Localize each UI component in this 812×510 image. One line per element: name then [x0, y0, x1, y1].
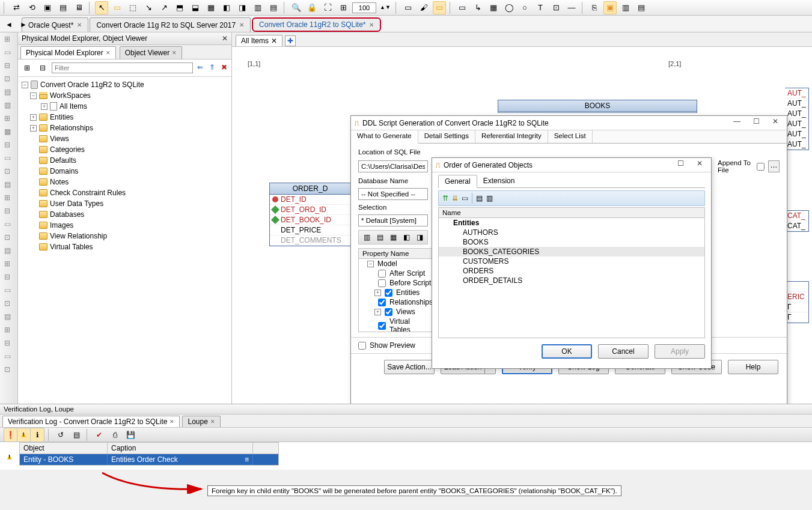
nav-up-icon[interactable]: ⇑ [207, 63, 217, 73]
gutter-icon[interactable]: ▭ [4, 48, 14, 58]
toolbar-btn[interactable]: ⎘ [588, 1, 601, 14]
toolbar-btn[interactable]: ▣ [603, 1, 617, 14]
maximize-button[interactable]: ☐ [748, 117, 764, 129]
tab-object-viewer[interactable]: Object Viewer✕ [120, 46, 182, 59]
entity-order-details[interactable]: ORDER_D DET_ID DET_ORD_ID DET_BOOK_ID DE… [269, 183, 351, 246]
tree-item[interactable]: Relationships [50, 124, 93, 132]
toolbar-btn[interactable]: ▦ [388, 231, 398, 244]
close-icon[interactable]: ✕ [239, 22, 244, 28]
tree-root[interactable]: Convert Oracle 11gR2 to SQLite [40, 80, 144, 89]
maximize-button[interactable]: ☐ [673, 159, 688, 171]
toolbar-btn[interactable]: ▥ [251, 1, 264, 14]
tree-item[interactable]: User Data Types [50, 199, 103, 208]
tree-item[interactable]: Domains [50, 167, 78, 175]
toolbar-btn[interactable]: ◨ [414, 231, 425, 244]
gutter-icon[interactable]: ⊞ [4, 35, 14, 44]
entity-aut-fragment[interactable]: AUT_ AUT_ AUT_ AUT_ AUT_ AUT_ [785, 88, 809, 150]
close-button[interactable]: ✕ [768, 117, 783, 129]
toolbar-btn[interactable]: ◧ [220, 1, 233, 14]
close-icon[interactable]: ✕ [172, 50, 177, 56]
help-button[interactable]: Help [728, 360, 778, 374]
toolbar-btn[interactable]: ◧ [401, 231, 412, 244]
tab-verification-log[interactable]: Verification Log - Convert Oracle 11gR2 … [2, 416, 180, 427]
zoom-btn[interactable]: ⊞ [337, 1, 350, 14]
toolbar-btn[interactable]: ◨ [236, 1, 249, 14]
tree-toggle[interactable]: + [30, 125, 37, 132]
tab-what-to-generate[interactable]: What to Generate [351, 130, 418, 144]
diagram-tab[interactable]: All Items✕ [236, 35, 282, 46]
gutter-icon[interactable]: ▤ [4, 246, 14, 256]
toolbar-icon[interactable]: ▥ [486, 194, 493, 202]
tab-next-icon[interactable]: ► [17, 18, 30, 31]
tree-item[interactable]: Images [50, 221, 73, 229]
toolbar-btn[interactable]: ⎙ [108, 428, 121, 442]
order-item[interactable]: ORDERS [439, 266, 704, 276]
toolbar-btn[interactable]: ◯ [502, 1, 516, 14]
save-icon[interactable]: 💾 [124, 428, 137, 442]
tab-detail-settings[interactable]: Detail Settings [418, 130, 475, 143]
apply-button[interactable]: Apply [655, 344, 705, 359]
toolbar-btn[interactable]: ⬚ [126, 1, 139, 14]
gutter-icon[interactable]: ⊟ [4, 339, 14, 348]
toolbar-icon[interactable]: ▭ [462, 194, 468, 202]
move-down-all-icon[interactable]: ⇊ [452, 194, 458, 202]
tree-item[interactable]: Check Constraint Rules [50, 189, 126, 197]
tree-item[interactable]: Notes [50, 178, 69, 186]
toolbar-btn[interactable]: ⬒ [173, 1, 186, 14]
toolbar-btn[interactable]: 🖌 [417, 1, 430, 14]
zoom-fit-icon[interactable]: ⛶ [321, 1, 334, 14]
close-icon[interactable]: ✕ [77, 22, 82, 28]
browse-button[interactable]: … [768, 160, 780, 172]
toolbar-btn[interactable]: ○ [518, 1, 531, 14]
filter-input[interactable] [52, 62, 193, 73]
tree-item[interactable]: Views [50, 135, 69, 143]
gutter-icon[interactable]: ▤ [4, 312, 14, 322]
tree-item[interactable]: Categories [50, 145, 85, 154]
checkbox-relationships[interactable] [378, 299, 386, 306]
tree-all-items[interactable]: All Items [60, 102, 87, 111]
gutter-icon[interactable]: ▤ [4, 180, 14, 190]
doc-tab[interactable]: Convert Oracle 11g R2 to SQL Server 2017… [90, 17, 251, 32]
gutter-icon[interactable]: ⊞ [4, 260, 14, 269]
move-up-all-icon[interactable]: ⇈ [442, 194, 448, 202]
tab-physical-explorer[interactable]: Physical Model Explorer✕ [20, 46, 116, 59]
gutter-icon[interactable]: ▥ [4, 101, 14, 111]
entity-books[interactable]: BOOKS [498, 100, 697, 113]
zoom-input[interactable] [352, 2, 376, 13]
gutter-icon[interactable]: ▭ [4, 352, 14, 362]
ok-button[interactable]: OK [542, 344, 592, 359]
zoom-stepper[interactable]: ▲▼ [379, 1, 392, 14]
order-item[interactable]: BOOKS [439, 237, 704, 247]
toolbar-btn[interactable]: ▤ [70, 428, 83, 442]
checkbox-virtual-tables[interactable] [378, 322, 386, 330]
order-section[interactable]: Entities [439, 218, 704, 228]
toolbar-icon[interactable]: ▤ [476, 194, 483, 202]
checkbox-views[interactable] [385, 308, 392, 316]
tree-item[interactable]: Databases [50, 210, 84, 219]
tab-prev-icon[interactable]: ◄ [2, 18, 16, 31]
toolbar-btn[interactable]: ▦ [487, 1, 500, 14]
checkbox-after-script[interactable] [378, 270, 386, 278]
gutter-icon[interactable]: ⊞ [4, 326, 14, 335]
toolbar-btn[interactable]: ▣ [41, 1, 54, 14]
checkbox-before-script[interactable] [378, 279, 386, 287]
tree-workspaces[interactable]: WorkSpaces [50, 91, 91, 100]
order-item[interactable]: CUSTOMERS [439, 257, 704, 266]
tab-extension[interactable]: Extension [477, 175, 521, 187]
tab-select-list[interactable]: Select List [548, 130, 593, 143]
toolbar-btn[interactable]: ↗ [157, 1, 171, 14]
nav-back-icon[interactable]: ⇐ [195, 63, 205, 73]
order-item[interactable]: ORDER_DETAILS [439, 276, 704, 285]
gutter-icon[interactable]: ⊞ [4, 114, 14, 124]
toolbar-btn[interactable]: ▥ [361, 231, 372, 244]
collapse-all-icon[interactable]: ⊟ [36, 61, 49, 74]
checkbox-entities[interactable] [385, 289, 392, 297]
gutter-icon[interactable]: ⊟ [4, 207, 14, 216]
toolbar-btn[interactable]: ↘ [142, 1, 155, 14]
prop-model[interactable]: Model [377, 260, 397, 268]
close-button[interactable]: ✕ [692, 159, 707, 171]
toolbar-btn[interactable]: ▭ [401, 1, 415, 14]
order-item-selected[interactable]: BOOKS_CATEGORIES [439, 247, 704, 257]
toolbar-btn[interactable]: ▤ [635, 1, 648, 14]
gutter-icon[interactable]: ⊡ [4, 299, 14, 309]
